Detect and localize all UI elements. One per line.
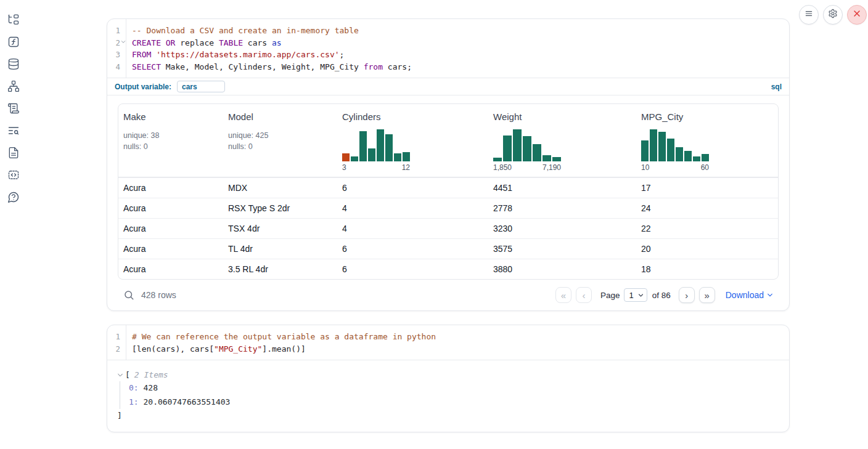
histogram-bar	[368, 148, 375, 161]
table-row[interactable]: AcuraMDX6445117	[118, 177, 778, 198]
next-page-button[interactable]: ›	[679, 287, 695, 303]
table-body: AcuraMDX6445117AcuraRSX Type S 2dr427782…	[118, 177, 778, 279]
histogram-bar	[676, 147, 683, 161]
settings-button[interactable]	[823, 5, 843, 25]
histogram-bar	[394, 153, 401, 161]
page-select[interactable]: 1	[624, 288, 647, 302]
row-count: 428 rows	[141, 290, 176, 300]
sidebar	[0, 0, 27, 449]
code-text: FROM 'https://datasets.marimo.app/cars.c…	[126, 49, 344, 61]
sidebar-item-database[interactable]	[7, 58, 20, 70]
sidebar-item-help[interactable]	[7, 191, 20, 203]
output-variable-label: Output variable:	[115, 83, 171, 91]
scroll-icon	[7, 102, 20, 115]
histogram-bar	[523, 136, 531, 161]
code-text: [len(cars), cars["MPG_City"].mean()]	[126, 343, 306, 355]
table-cell: 4	[337, 224, 488, 233]
sidebar-item-scroll[interactable]	[7, 102, 20, 115]
code-line: 1# We can reference the output variable …	[107, 331, 789, 343]
histogram-bar	[684, 151, 692, 161]
histogram-bar	[552, 157, 561, 161]
shutdown-button[interactable]	[847, 5, 867, 25]
line-number: 2	[107, 343, 126, 355]
settings-icon	[828, 9, 838, 21]
code-line: 4SELECT Make, Model, Cylinders, Weight, …	[107, 61, 789, 73]
menu-icon	[804, 9, 814, 21]
download-label: Download	[726, 290, 764, 300]
table-cell: 6	[337, 264, 488, 274]
code-text: # We can reference the output variable a…	[126, 331, 436, 343]
table-row[interactable]: AcuraTSX 4dr4323022	[118, 218, 778, 238]
last-page-button[interactable]: »	[699, 287, 715, 303]
tree-item: 1: 20.060747663551403	[120, 395, 779, 410]
sql-code-editor[interactable]: 1-- Download a CSV and create an in-memo…	[107, 19, 789, 78]
sidebar-item-search-list[interactable]	[7, 124, 20, 137]
table-row[interactable]: AcuraTL 4dr6357520	[118, 238, 778, 259]
histogram-bar	[693, 156, 700, 161]
database-icon	[7, 58, 20, 70]
code-line: 2[len(cars), cars["MPG_City"].mean()]	[107, 343, 789, 355]
histogram-bars	[493, 128, 561, 161]
line-number: 2	[107, 37, 126, 49]
histogram-bar	[641, 140, 649, 161]
first-page-button[interactable]: «	[555, 287, 571, 303]
output-variable-input[interactable]	[177, 81, 225, 92]
histogram-bar	[503, 136, 512, 161]
menu-button[interactable]	[799, 5, 819, 25]
python-output-tree: [ 2 Items 0: 4281: 20.060747663551403 ]	[107, 360, 789, 432]
histogram-axis-labels: 1,8507,190	[493, 163, 561, 172]
fold-chevron-icon[interactable]	[121, 39, 126, 44]
table-cell: Acura	[118, 264, 223, 274]
sidebar-item-snippets[interactable]	[7, 169, 20, 181]
table-cell: Acura	[118, 203, 223, 213]
table-cell: 3880	[488, 264, 636, 274]
code-text: CREATE OR replace TABLE cars as	[126, 37, 282, 49]
table-cell: TSX 4dr	[223, 224, 337, 233]
sidebar-item-document[interactable]	[7, 147, 20, 159]
table-cell: 4451	[488, 183, 636, 193]
table-cell: 24	[636, 203, 778, 213]
histogram-bar	[702, 154, 709, 161]
null-count: nulls: 0	[123, 142, 218, 153]
column-name: Make	[123, 111, 218, 122]
histogram-bar	[658, 132, 666, 161]
axis-min-label: 10	[641, 163, 649, 172]
table-header-row: Makeunique: 38nulls: 0Modelunique: 425nu…	[118, 104, 778, 177]
line-number: 1	[107, 331, 126, 343]
column-header-model: Modelunique: 425nulls: 0	[223, 104, 337, 177]
code-line: 3FROM 'https://datasets.marimo.app/cars.…	[107, 49, 789, 61]
notebook: 1-- Download a CSV and create an in-memo…	[107, 0, 790, 432]
histogram-bar	[650, 129, 657, 161]
table-cell: 20	[636, 244, 778, 254]
table-footer: 428 rows « ‹ Page 1 of 86 › » Download	[118, 280, 779, 310]
column-stats: unique: 425nulls: 0	[228, 131, 332, 152]
download-button[interactable]: Download	[726, 290, 773, 300]
table-cell: 3.5 RL 4dr	[223, 264, 337, 274]
tree-item-value: 20.060747663551403	[143, 397, 230, 407]
prev-page-button[interactable]: ‹	[576, 287, 592, 303]
code-text: SELECT Make, Model, Cylinders, Weight, M…	[126, 61, 412, 73]
table-cell: 6	[337, 244, 488, 254]
histogram-bar	[667, 139, 674, 161]
sidebar-item-file-tree[interactable]	[7, 14, 20, 26]
network-icon	[7, 80, 20, 92]
histogram-bar	[542, 155, 551, 161]
table-row[interactable]: AcuraRSX Type S 2dr4277824	[118, 198, 778, 218]
unique-count: unique: 425	[228, 131, 332, 142]
language-badge: sql	[771, 83, 782, 91]
tree-item-key: 0:	[129, 383, 143, 392]
column-histogram: 1,8507,190	[493, 128, 631, 172]
table-cell: 17	[636, 183, 778, 193]
sidebar-item-function[interactable]	[7, 36, 20, 48]
chevron-down-icon	[767, 292, 773, 298]
table-cell: 22	[636, 224, 778, 233]
sidebar-item-network[interactable]	[7, 80, 20, 92]
python-code-editor[interactable]: 1# We can reference the output variable …	[107, 325, 789, 360]
chevron-down-icon[interactable]	[117, 372, 123, 378]
table-row[interactable]: Acura3.5 RL 4dr6388018	[118, 259, 778, 279]
function-icon	[7, 36, 20, 48]
search-icon[interactable]	[123, 289, 134, 301]
null-count: nulls: 0	[228, 142, 332, 153]
tree-summary: 2 Items	[134, 368, 168, 381]
line-number: 1	[107, 25, 126, 37]
